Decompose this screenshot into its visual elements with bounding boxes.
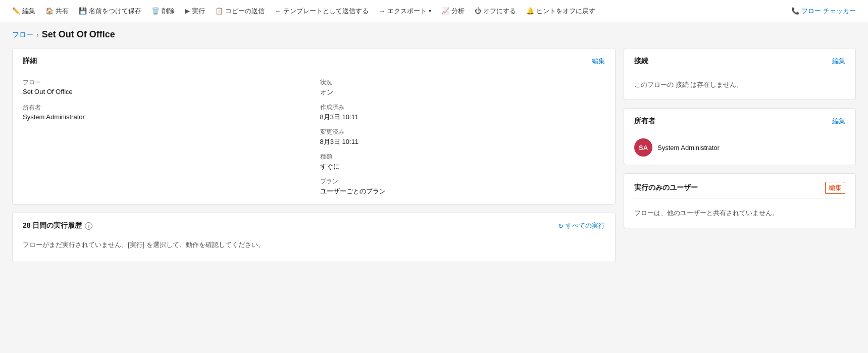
toolbar: ✏️ 編集 🏠 共有 💾 名前をつけて保存 🗑️ 削除 ▶ 実行 📋 コピーの送… [0, 0, 868, 22]
power-icon: ⏻ [475, 7, 481, 15]
detail-plan: プラン ユーザーごとのプラン [320, 177, 605, 196]
modified-value: 8月3日 10:11 [320, 137, 605, 146]
history-title-row: 28 日間の実行履歴 i [23, 221, 92, 230]
plan-label: プラン [320, 177, 605, 186]
type-label: 種類 [320, 153, 605, 161]
template-icon: ← [275, 7, 281, 15]
main-content: 詳細 編集 フロー Set Out Of Office 所有者 System A… [0, 44, 868, 270]
toolbar-analyze[interactable]: 📈 分析 [437, 5, 469, 18]
toolbar-send-template[interactable]: ← テンプレートとして送信する [271, 5, 373, 18]
owner-value: System Administrator [23, 113, 308, 121]
connection-card: 接続 編集 このフローの 接続 は存在しません。 [624, 48, 856, 100]
details-card: 詳細 編集 フロー Set Out Of Office 所有者 System A… [12, 48, 616, 205]
connection-empty-message: このフローの 接続 は存在しません。 [634, 78, 845, 91]
run-only-card-title: 実行のみのユーザー [634, 183, 698, 192]
detail-status: 状況 オン [320, 78, 605, 97]
owner-label: 所有者 [23, 104, 308, 112]
right-column: 接続 編集 このフローの 接続 は存在しません。 所有者 編集 SA Syste… [624, 48, 856, 262]
left-column: 詳細 編集 フロー Set Out Of Office 所有者 System A… [12, 48, 616, 262]
export-chevron-icon: ▾ [429, 8, 431, 14]
status-value: オン [320, 88, 605, 97]
status-label: 状況 [320, 78, 605, 87]
details-card-title: 詳細 [23, 57, 37, 66]
detail-flow: フロー Set Out Of Office [23, 78, 308, 95]
history-card: 28 日間の実行履歴 i ↻ すべての実行 フローがまだ実行されていません。[実… [12, 213, 616, 262]
owner-card-header: 所有者 編集 [634, 117, 845, 130]
flow-checker-button[interactable]: 📞 フロー チェッカー [787, 5, 860, 18]
details-right-section: 状況 オン 作成済み 8月3日 10:11 変更済み 8月3日 10:11 種類… [320, 78, 605, 196]
delete-icon: 🗑️ [151, 7, 160, 15]
created-value: 8月3日 10:11 [320, 113, 605, 122]
breadcrumb-parent-link[interactable]: フロー [12, 30, 33, 39]
details-grid: フロー Set Out Of Office 所有者 System Adminis… [23, 78, 605, 196]
toolbar-send-copy[interactable]: 📋 コピーの送信 [211, 5, 269, 18]
run-icon: ▶ [185, 7, 190, 15]
run-only-empty-message: フローは、他のユーザーと共有されていません。 [634, 207, 845, 220]
connection-card-title: 接続 [634, 57, 648, 66]
bell-icon: 🔔 [526, 7, 534, 15]
info-icon[interactable]: i [85, 222, 92, 230]
owner-card-title: 所有者 [634, 117, 655, 126]
created-label: 作成済み [320, 103, 605, 112]
run-only-edit-link[interactable]: 編集 [825, 182, 845, 194]
refresh-icon: ↻ [558, 222, 564, 230]
all-runs-link[interactable]: ↻ すべての実行 [558, 221, 605, 230]
history-empty-message: フローがまだ実行されていません。[実行] を選択して、動作を確認してください。 [23, 236, 605, 254]
toolbar-export[interactable]: → エクスポート ▾ [375, 5, 435, 18]
plan-value: ユーザーごとのプラン [320, 187, 605, 196]
breadcrumb-separator: › [36, 31, 39, 39]
export-icon: → [379, 7, 385, 15]
toolbar-save-as[interactable]: 💾 名前をつけて保存 [75, 5, 145, 18]
toolbar-hints[interactable]: 🔔 ヒントをオフに戻す [522, 5, 599, 18]
share-icon: 🏠 [45, 7, 54, 15]
edit-icon: ✏️ [12, 7, 20, 15]
details-edit-link[interactable]: 編集 [592, 57, 605, 66]
detail-type: 種類 すぐに [320, 153, 605, 171]
save-icon: 💾 [79, 7, 87, 15]
avatar: SA [634, 138, 652, 157]
flow-checker-icon: 📞 [791, 7, 799, 15]
owner-name: System Administrator [657, 144, 720, 152]
details-left-section: フロー Set Out Of Office 所有者 System Adminis… [23, 78, 308, 196]
details-card-header: 詳細 編集 [23, 57, 605, 70]
owner-row: SA System Administrator [634, 138, 845, 157]
detail-modified: 変更済み 8月3日 10:11 [320, 128, 605, 146]
modified-label: 変更済み [320, 128, 605, 136]
detail-created: 作成済み 8月3日 10:11 [320, 103, 605, 122]
run-only-card-header: 実行のみのユーザー 編集 [634, 182, 845, 198]
history-header: 28 日間の実行履歴 i ↻ すべての実行 [23, 221, 605, 230]
history-card-title: 28 日間の実行履歴 [23, 221, 82, 230]
toolbar-delete[interactable]: 🗑️ 削除 [147, 5, 179, 18]
owner-card: 所有者 編集 SA System Administrator [624, 108, 856, 165]
connection-edit-link[interactable]: 編集 [832, 57, 845, 66]
analyze-icon: 📈 [441, 7, 449, 15]
toolbar-edit[interactable]: ✏️ 編集 [8, 5, 39, 18]
toolbar-share[interactable]: 🏠 共有 [41, 5, 73, 18]
run-only-card: 実行のみのユーザー 編集 フローは、他のユーザーと共有されていません。 [624, 173, 856, 228]
flow-label: フロー [23, 78, 308, 87]
toolbar-run[interactable]: ▶ 実行 [181, 5, 209, 18]
flow-value: Set Out Of Office [23, 88, 308, 95]
breadcrumb: フロー › Set Out Of Office [0, 22, 868, 44]
type-value: すぐに [320, 162, 605, 171]
owner-edit-link[interactable]: 編集 [832, 117, 845, 126]
connection-card-header: 接続 編集 [634, 57, 845, 70]
breadcrumb-current: Set Out Of Office [42, 29, 115, 40]
copy-icon: 📋 [215, 7, 223, 15]
detail-owner: 所有者 System Administrator [23, 104, 308, 121]
toolbar-turn-off[interactable]: ⏻ オフにする [471, 5, 520, 18]
